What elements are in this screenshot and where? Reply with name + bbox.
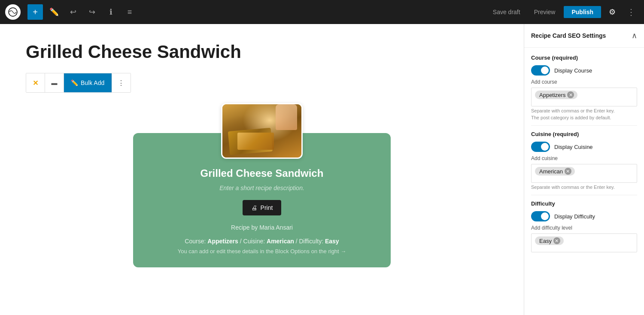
- difficulty-toggle[interactable]: [531, 211, 550, 221]
- hand-overlay: [276, 104, 297, 130]
- cuisine-hint1: Separate with commas or the Enter key.: [531, 185, 637, 190]
- cuisine-tag-remove[interactable]: ✕: [565, 168, 571, 175]
- cuisine-toggle-row: Display Cuisine: [531, 142, 637, 152]
- publish-button[interactable]: Publish: [564, 6, 601, 18]
- cuisine-toggle-label: Display Cuisine: [554, 144, 593, 150]
- difficulty-section-label: Difficulty: [531, 200, 637, 207]
- recipe-card-title: Grilled Cheese Sandwich: [146, 167, 378, 179]
- course-field-label: Add course: [531, 79, 637, 85]
- course-tag: Appetizers ✕: [535, 91, 577, 99]
- main-layout: Grilled Cheese Sandwich ✕ ▬ ✏️ Bulk Add …: [0, 24, 644, 315]
- save-draft-button[interactable]: Save draft: [488, 6, 526, 18]
- editor-area: Grilled Cheese Sandwich ✕ ▬ ✏️ Bulk Add …: [0, 24, 524, 315]
- edit-icon-button[interactable]: ✏️: [46, 4, 62, 20]
- print-label: Print: [261, 204, 273, 211]
- settings-button[interactable]: ⚙: [605, 4, 620, 20]
- course-toggle-label: Display Course: [554, 67, 592, 74]
- course-section-label: Course (required): [531, 55, 637, 61]
- redo-button[interactable]: ↪: [84, 4, 100, 20]
- recipe-card-wrapper: Grilled Cheese Sandwich Enter a short re…: [26, 103, 498, 267]
- cuisine-value: American: [267, 238, 294, 245]
- difficulty-tag: Easy ✕: [535, 236, 564, 245]
- recipe-meta: Course: Appetizers / Cuisine: American /…: [146, 238, 378, 245]
- info-button[interactable]: ℹ: [103, 4, 118, 20]
- course-section: Course (required) Display Course Add cou…: [531, 55, 637, 120]
- difficulty-tag-input[interactable]: Easy ✕: [531, 233, 637, 252]
- recipe-by: Recipe by Maria Ansari: [146, 224, 378, 231]
- print-icon: 🖨: [251, 204, 257, 211]
- bulk-add-button[interactable]: ✏️ Bulk Add: [64, 73, 112, 92]
- print-button[interactable]: 🖨 Print: [243, 200, 282, 215]
- sidebar: Recipe Card SEO Settings ∧ Course (requi…: [524, 24, 644, 315]
- difficulty-toggle-row: Display Difficulty: [531, 211, 637, 221]
- course-tag-input[interactable]: Appetizers ✕: [531, 88, 637, 106]
- cuisine-section-label: Cuisine (required): [531, 131, 637, 137]
- difficulty-field-label: Add difficulty level: [531, 225, 637, 231]
- difficulty-value: Easy: [325, 238, 339, 245]
- cuisine-toggle[interactable]: [531, 142, 550, 152]
- sidebar-content: Course (required) Display Course Add cou…: [524, 48, 644, 261]
- cuisine-label: Cuisine:: [243, 238, 265, 245]
- sidebar-panel-header: Recipe Card SEO Settings ∧: [524, 24, 644, 48]
- main-toolbar: + ✏️ ↩ ↪ ℹ ≡ Save draft Preview Publish …: [0, 0, 644, 24]
- course-toggle[interactable]: [531, 65, 550, 76]
- recipe-image-inner: [222, 104, 301, 158]
- difficulty-section: Difficulty Display Difficulty Add diffic…: [531, 200, 637, 252]
- course-value: Appetizers: [207, 238, 238, 245]
- recipe-hint: You can add or edit these details in the…: [146, 248, 378, 254]
- section-divider-2: [531, 195, 637, 195]
- block-tool-x-button[interactable]: ✕: [26, 73, 45, 92]
- block-toolbar: ✕ ▬ ✏️ Bulk Add ⋮: [26, 73, 131, 93]
- wp-logo[interactable]: [5, 4, 21, 20]
- course-hint2: The post category is added by default.: [531, 115, 637, 120]
- sidebar-collapse-button[interactable]: ∧: [632, 31, 637, 40]
- toolbar-right: Save draft Preview Publish ⚙ ⋮: [488, 4, 639, 20]
- undo-button[interactable]: ↩: [65, 4, 81, 20]
- cuisine-field-label: Add cuisine: [531, 155, 637, 161]
- section-divider-1: [531, 125, 637, 126]
- difficulty-label: Difficulty:: [299, 238, 324, 245]
- block-tool-more-button[interactable]: ⋮: [112, 73, 131, 92]
- preview-button[interactable]: Preview: [529, 6, 561, 18]
- cuisine-section: Cuisine (required) Display Cuisine Add c…: [531, 131, 637, 190]
- sidebar-panel-title: Recipe Card SEO Settings: [531, 32, 606, 39]
- difficulty-tag-remove[interactable]: ✕: [553, 237, 560, 244]
- course-hint1: Separate with commas or the Enter key.: [531, 108, 637, 113]
- difficulty-toggle-label: Display Difficulty: [554, 213, 595, 220]
- recipe-description: Enter a short recipe description.: [146, 185, 378, 191]
- course-tag-text: Appetizers: [539, 92, 565, 98]
- list-view-button[interactable]: ≡: [122, 4, 137, 20]
- bulk-add-label: Bulk Add: [81, 79, 104, 86]
- block-tool-layout-button[interactable]: ▬: [45, 73, 64, 92]
- course-toggle-row: Display Course: [531, 65, 637, 76]
- cuisine-tag: American ✕: [535, 167, 575, 176]
- cuisine-tag-input[interactable]: American ✕: [531, 164, 637, 183]
- course-label: Course:: [185, 238, 206, 245]
- course-tag-remove[interactable]: ✕: [567, 91, 574, 98]
- more-options-button[interactable]: ⋮: [623, 4, 639, 20]
- recipe-image: [221, 103, 303, 159]
- add-block-button[interactable]: +: [27, 4, 43, 20]
- post-title[interactable]: Grilled Cheese Sandwich: [26, 41, 498, 63]
- difficulty-tag-text: Easy: [539, 238, 552, 244]
- cuisine-tag-text: American: [539, 168, 563, 175]
